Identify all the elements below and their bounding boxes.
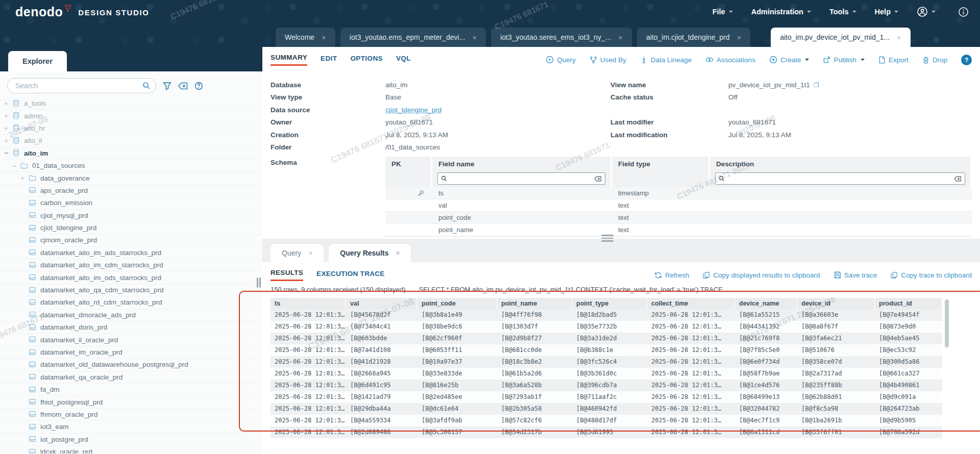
tree-item[interactable]: datamarket_aito_im_ads_starrocks_prd — [0, 247, 262, 259]
menu-administration[interactable]: Administration — [751, 8, 811, 16]
field-name-filter[interactable] — [437, 172, 605, 185]
tree-item[interactable]: cjiot_mysql_prd — [0, 210, 262, 222]
table-row[interactable]: 2025-06-28 12:01:3… [B@1421ad79 [B@2ed48… — [271, 391, 942, 403]
tree-expander[interactable] — [4, 149, 12, 157]
tree-expander[interactable] — [4, 137, 12, 145]
menu-file[interactable]: File — [713, 8, 733, 16]
tree-expander[interactable] — [20, 174, 29, 182]
column-header[interactable]: device_id — [797, 298, 875, 309]
table-row[interactable]: 2025-06-28 12:01:3… [B@6d491c95 [B@816e2… — [271, 380, 942, 391]
tab-explorer[interactable]: Explorer — [8, 51, 67, 71]
table-row[interactable]: 2025-06-28 12:01:3… [B@29dba44a [B@dc61e… — [271, 403, 942, 415]
copy-trace-button[interactable]: Copy trace to clipboard — [891, 271, 972, 279]
tree-item[interactable]: iot3_eam — [0, 421, 262, 433]
tree-item[interactable]: fhmom_oracle_prd — [0, 409, 262, 421]
close-icon[interactable]: × — [308, 249, 312, 257]
table-row[interactable]: 2025-06-28 12:01:3… [B@7a41d108 [B@6053f… — [271, 344, 942, 356]
tree-item[interactable]: aito_im — [0, 147, 262, 160]
tab-query[interactable]: Query× — [271, 244, 324, 262]
search-box[interactable] — [7, 78, 156, 93]
table-row[interactable]: 2025-06-28 12:01:3… [B@2668a945 [B@33e83… — [271, 368, 942, 380]
filter-funnel-icon[interactable] — [163, 82, 172, 90]
tree-item[interactable]: carbon_emission — [0, 197, 262, 209]
close-icon[interactable]: × — [396, 249, 400, 257]
table-row[interactable]: 2025-06-28 12:01:3… [B@45678d2f [B@3b8a1… — [271, 309, 942, 321]
close-icon[interactable]: × — [897, 33, 901, 42]
table-row[interactable]: 2025-06-28 12:01:3… [B@73404c41 [B@38be9… — [271, 321, 942, 333]
data-lineage-button[interactable]: Data Lineage — [640, 56, 692, 64]
tree-item[interactable]: ldcxk_oracle_prd — [0, 446, 262, 453]
tree-item[interactable]: fhiot_postgresql_prd — [0, 396, 262, 408]
menu-tools[interactable]: Tools — [829, 8, 856, 16]
export-button[interactable]: Export — [878, 56, 909, 64]
help-icon[interactable] — [194, 82, 203, 90]
panel-drag-handle[interactable] — [601, 235, 614, 242]
tree-item[interactable]: aps_oracle_prd — [0, 185, 262, 197]
menu-help[interactable]: Help — [875, 8, 898, 16]
copy-results-button[interactable]: Copy displayed results to clipboard — [703, 271, 820, 279]
column-header[interactable]: collect_time — [647, 298, 735, 309]
help-button[interactable]: ? — [961, 55, 972, 65]
column-header[interactable]: val — [346, 298, 418, 309]
tree-item[interactable]: cjmom_oracle_prd — [0, 234, 262, 246]
schema-row[interactable]: point_code text — [385, 212, 972, 224]
tree-item[interactable]: datamarket_aito_im_ods_starrocks_prd — [0, 271, 262, 284]
tree-item[interactable]: datamarket_aito_rd_cdm_starrocks_prd — [0, 296, 262, 309]
publish-button[interactable]: Publish — [823, 56, 864, 64]
clear-search-icon[interactable] — [178, 82, 188, 90]
tab-vql[interactable]: VQL — [396, 55, 411, 65]
column-header[interactable]: point_type — [572, 298, 647, 309]
tree-item[interactable]: datamarket_im_oracle_prd — [0, 346, 262, 359]
tree-expander[interactable] — [12, 162, 20, 170]
create-button[interactable]: Create — [769, 56, 810, 64]
column-header[interactable]: point_name — [497, 298, 572, 309]
column-header[interactable]: ts — [271, 298, 346, 309]
schema-row[interactable]: val text — [385, 199, 972, 212]
table-row[interactable]: 2025-06-28 12:01:5… [B@2d089486 [B@5c306… — [271, 426, 942, 438]
tree-item[interactable]: aito_il — [0, 135, 262, 147]
tree-item[interactable]: fa_dm — [0, 384, 262, 396]
tree-item[interactable]: datamarket_qa_oracle_prd — [0, 371, 262, 384]
info-button[interactable] — [958, 7, 969, 17]
field-name-filter-input[interactable] — [449, 175, 592, 182]
search-input[interactable] — [8, 82, 142, 90]
tab-execution-trace[interactable]: EXECUTION TRACE — [316, 270, 385, 281]
query-button[interactable]: Query — [546, 56, 576, 64]
tree-expander[interactable] — [4, 112, 12, 120]
close-icon[interactable]: × — [322, 33, 326, 42]
description-filter-input[interactable] — [727, 175, 952, 182]
tree-item[interactable]: datamarket_dmoracle_ads_prd — [0, 309, 262, 321]
close-icon[interactable]: × — [737, 33, 741, 42]
drop-button[interactable]: Drop — [922, 56, 947, 64]
tree-item[interactable]: iot_postgre_prd — [0, 434, 262, 446]
tab-summary[interactable]: SUMMARY — [271, 54, 307, 66]
tree-item[interactable]: a_tools — [0, 97, 262, 110]
description-filter[interactable] — [715, 172, 965, 185]
vertical-scrollbar[interactable] — [945, 299, 949, 347]
column-header[interactable]: point_code — [418, 298, 497, 309]
save-trace-button[interactable]: Save trace — [834, 271, 877, 279]
document-tab[interactable]: iot3_youtao.ems_epm_meter_devi... × — [340, 28, 486, 47]
document-tab[interactable]: iot3_youtao.seres_ems_iot3_ny_... × — [491, 28, 632, 47]
associations-button[interactable]: Associations — [705, 56, 755, 64]
tree-item[interactable]: admin — [0, 110, 262, 122]
column-header[interactable]: product_id — [875, 298, 942, 309]
tree-item[interactable]: datamarket_old_datawarehouse_postgresql_… — [0, 359, 262, 371]
tree-item[interactable]: cjiot_tdengine_prd — [0, 222, 262, 234]
tree-expander[interactable] — [4, 99, 12, 108]
table-row[interactable]: 2025-06-28 12:01:3… [B@4a559334 [B@3afdf… — [271, 415, 942, 426]
tab-query-results[interactable]: Query Results× — [329, 244, 411, 262]
document-tab[interactable]: Welcome × — [276, 28, 335, 47]
close-icon[interactable]: × — [618, 33, 623, 42]
tree-expander[interactable] — [4, 124, 12, 132]
tab-edit[interactable]: EDIT — [321, 55, 337, 65]
tree-item[interactable]: data_goverance — [0, 172, 262, 184]
tab-results[interactable]: RESULTS — [271, 269, 303, 281]
table-row[interactable]: 2025-06-28 12:01:3… [B@41d21928 [B@10a97… — [271, 356, 942, 368]
schema-row[interactable]: point_type text — [385, 236, 972, 237]
tab-options[interactable]: OPTIONS — [350, 55, 383, 65]
tree-item[interactable]: aito_hr — [0, 122, 262, 135]
meta-value[interactable]: cjiot_tdengine_prd — [385, 106, 442, 114]
table-row[interactable]: 2025-06-28 12:01:3… [B@603bdde [B@62cf96… — [271, 333, 942, 344]
document-tab[interactable]: aito_im.cjiot_tdengine_prd × — [637, 28, 750, 47]
